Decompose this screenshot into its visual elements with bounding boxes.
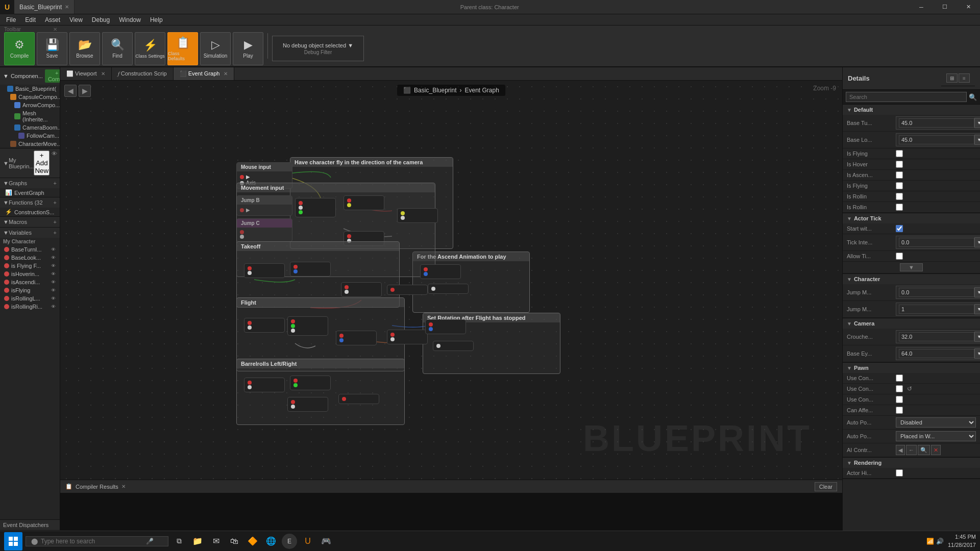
unknown-button[interactable]: 🎮 xyxy=(318,534,334,549)
menu-asset[interactable]: Asset xyxy=(41,15,64,24)
taskbar-search[interactable]: ⬤ 🎤 xyxy=(26,536,168,546)
volume-icon[interactable]: 🔊 xyxy=(936,538,944,545)
menu-edit[interactable]: Edit xyxy=(21,15,40,24)
find-button[interactable]: 🔍 Find xyxy=(102,32,133,65)
class-defaults-button[interactable]: 📋 Class Defaults xyxy=(167,32,198,65)
breadcrumb-graph[interactable]: Event Graph xyxy=(465,87,499,94)
taskbar-search-input[interactable] xyxy=(41,538,143,545)
nav-forward[interactable]: ▶ xyxy=(79,85,91,97)
movement-node-2[interactable] xyxy=(344,195,384,210)
base-turn-btn[interactable]: ▼ xyxy=(974,118,980,128)
maximize-button[interactable]: ☐ xyxy=(933,0,957,14)
rendering-section-header[interactable]: ▼ Rendering xyxy=(843,458,980,468)
event-graph-item[interactable]: 📊 EventGraph xyxy=(0,188,60,197)
ue4-button[interactable]: U xyxy=(300,534,315,549)
is-rollin2-checkbox[interactable] xyxy=(896,204,903,211)
auto-po1-dropdown[interactable]: Disabled Player 0 xyxy=(896,417,976,428)
use-con3-checkbox[interactable] xyxy=(896,396,903,403)
add-new-button[interactable]: + Add New xyxy=(34,151,50,176)
tab-event-close[interactable]: ✕ xyxy=(224,71,228,77)
flight-node-4[interactable] xyxy=(387,330,428,344)
barrel-node-3[interactable] xyxy=(287,397,328,412)
task-view-button[interactable]: ⧉ xyxy=(172,534,187,549)
taskbar-clock[interactable]: 1:45 PM 11/28/2017 xyxy=(948,533,976,549)
tab-viewport[interactable]: ⬜ Viewport ✕ xyxy=(60,67,112,80)
var-isflyingf[interactable]: is Flying F...👁 xyxy=(0,262,60,270)
takeoff-node-4[interactable] xyxy=(387,285,428,295)
takeoff-node-2[interactable] xyxy=(290,262,331,277)
base-ey-input[interactable] xyxy=(899,349,974,358)
barrel-node-1[interactable] xyxy=(244,378,285,392)
ai-left-btn[interactable]: ← xyxy=(906,445,917,455)
base-look-btn[interactable]: ▼ xyxy=(974,135,980,145)
use-con1-checkbox[interactable] xyxy=(896,374,903,382)
tick-inte-btn[interactable]: ▼ xyxy=(974,237,980,247)
visibility-icon[interactable]: 👁 xyxy=(52,151,57,176)
jump-m1-btn[interactable]: ▼ xyxy=(974,287,980,297)
pawn-section-header[interactable]: ▼ Pawn xyxy=(843,363,980,373)
var-baselook[interactable]: BaseLook...👁 xyxy=(0,254,60,262)
debug-dropdown[interactable]: No debug object selected ▼ Debug Filter xyxy=(272,36,364,61)
expand-button[interactable]: ▼ xyxy=(900,263,923,271)
ai-search-btn[interactable]: 🔍 xyxy=(918,445,930,455)
is-ascen-checkbox[interactable] xyxy=(896,171,903,179)
menu-window[interactable]: Window xyxy=(115,15,145,24)
camera-section-header[interactable]: ▼ Camera xyxy=(843,318,980,329)
base-ey-btn[interactable]: ▼ xyxy=(974,348,980,359)
class-settings-button[interactable]: ⚡ Class Settings xyxy=(135,32,165,65)
graph-canvas[interactable]: ◀ ▶ ⬛ Basic_Blueprint › Event Graph Zoom… xyxy=(60,81,842,480)
follow-cam[interactable]: FollowCam... xyxy=(0,132,60,140)
graphs-header[interactable]: ▼Graphs+ xyxy=(0,178,60,188)
details-search-input[interactable] xyxy=(846,92,967,102)
menu-file[interactable]: File xyxy=(2,15,20,24)
takeoff-node-3[interactable] xyxy=(341,282,382,297)
breadcrumb-blueprint[interactable]: Basic_Blueprint xyxy=(414,87,456,94)
reset-icon[interactable]: ↺ xyxy=(907,385,912,392)
is-hover-checkbox[interactable] xyxy=(896,161,903,168)
base-look-input[interactable] xyxy=(899,135,974,144)
browse-button[interactable]: 📂 Browse xyxy=(69,32,100,65)
var-isrollingl[interactable]: isRollingL...👁 xyxy=(0,294,60,303)
network-icon[interactable]: 📶 xyxy=(926,538,934,545)
flight-node-3[interactable] xyxy=(336,331,377,345)
tick-inte-input[interactable] xyxy=(899,238,974,247)
is-flying2-checkbox[interactable] xyxy=(896,182,903,189)
var-isflying[interactable]: isFlying👁 xyxy=(0,286,60,294)
can-affe-checkbox[interactable] xyxy=(896,407,903,414)
character-section-header[interactable]: ▼ Character xyxy=(843,274,980,284)
is-flying-checkbox[interactable] xyxy=(896,150,903,157)
construction-script[interactable]: ⚡ ConstructionS... xyxy=(0,208,60,216)
actor-hi-checkbox[interactable] xyxy=(896,469,903,477)
jump-m1-input[interactable] xyxy=(899,288,974,297)
menu-help[interactable]: Help xyxy=(146,15,167,24)
clear-button[interactable]: Clear xyxy=(815,482,837,491)
capsule-comp[interactable]: CapsuleCompo... xyxy=(0,93,60,101)
mesh-comp[interactable]: Mesh (Inherite... xyxy=(0,109,60,123)
ascend-node-2[interactable] xyxy=(428,284,469,294)
ai-back-btn[interactable]: ◀ xyxy=(896,445,905,455)
start-button[interactable] xyxy=(4,532,22,550)
compile-button[interactable]: ⚙ Compile xyxy=(4,32,35,65)
movement-node-1[interactable] xyxy=(295,198,336,217)
mail-button[interactable]: ✉ xyxy=(208,534,224,549)
nav-back[interactable]: ◀ xyxy=(64,85,77,97)
is-rollin-checkbox[interactable] xyxy=(896,193,903,200)
functions-header[interactable]: ▼Functions (32+ xyxy=(0,197,60,208)
simulation-button[interactable]: ▷ Simulation xyxy=(200,32,231,65)
windows-store-button[interactable]: 🛍 xyxy=(227,534,242,549)
rotation-node-1[interactable] xyxy=(425,319,466,334)
blender-button[interactable]: 🔶 xyxy=(245,534,260,549)
epic-button[interactable]: E xyxy=(282,534,297,549)
minimize-button[interactable]: ─ xyxy=(910,0,933,14)
close-button[interactable]: ✕ xyxy=(957,0,980,14)
file-explorer-button[interactable]: 📁 xyxy=(190,534,205,549)
my-blueprints-header[interactable]: ▼My Blueprin... + Add New 👁 xyxy=(0,148,60,178)
chrome-button[interactable]: 🌐 xyxy=(263,534,279,549)
menu-debug[interactable]: Debug xyxy=(88,15,114,24)
add-component-button[interactable]: + Add Compone... xyxy=(45,69,60,83)
event-dispatchers-header[interactable]: Event Dispatchers xyxy=(0,520,60,530)
flight-node-1[interactable] xyxy=(244,318,285,333)
play-button[interactable]: ▶ Play xyxy=(233,32,263,65)
menu-view[interactable]: View xyxy=(65,15,87,24)
save-button[interactable]: 💾 Save xyxy=(37,32,67,65)
